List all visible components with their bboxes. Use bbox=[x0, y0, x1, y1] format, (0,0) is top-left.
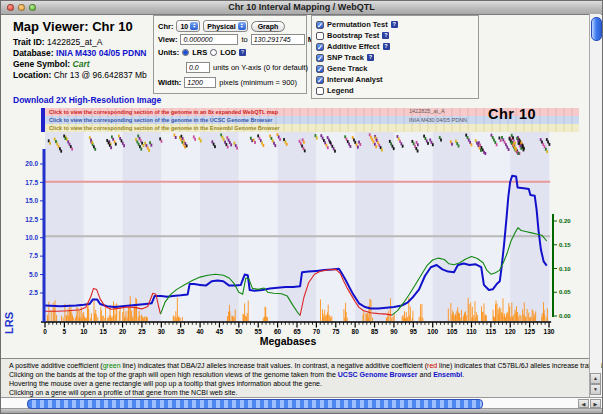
gene-mark[interactable] bbox=[546, 150, 548, 153]
gene-mark[interactable] bbox=[432, 143, 434, 146]
plot-band[interactable] bbox=[316, 132, 355, 322]
gene-mark[interactable] bbox=[143, 144, 145, 147]
gene-mark[interactable] bbox=[200, 140, 202, 143]
gene-mark[interactable] bbox=[279, 138, 281, 141]
plot-band[interactable] bbox=[394, 132, 433, 322]
gene-mark[interactable] bbox=[316, 137, 318, 140]
plot-band[interactable] bbox=[161, 132, 200, 322]
checked-checkbox[interactable]: ✓ bbox=[316, 76, 324, 84]
gene-mark[interactable] bbox=[194, 138, 196, 141]
gene-mark[interactable] bbox=[496, 143, 498, 146]
info-icon[interactable]: ? bbox=[382, 32, 389, 39]
horizontal-scrollbar[interactable]: ◀ ▶ bbox=[1, 397, 603, 409]
plot-band[interactable] bbox=[549, 132, 550, 322]
gene-mark[interactable] bbox=[451, 143, 453, 146]
gene-mark[interactable] bbox=[49, 142, 51, 145]
gene-mark[interactable] bbox=[500, 139, 502, 142]
interval-map-chart[interactable]: Click to view the corresponding section … bbox=[1, 106, 589, 356]
view-from-input[interactable] bbox=[180, 34, 238, 45]
gene-mark[interactable] bbox=[484, 152, 486, 155]
plot-band[interactable] bbox=[510, 132, 549, 322]
gene-mark[interactable] bbox=[549, 143, 551, 146]
scroll-right-icon[interactable]: ▶ bbox=[590, 399, 601, 408]
info-icon[interactable]: ? bbox=[383, 43, 390, 50]
checked-checkbox[interactable]: ✓ bbox=[316, 21, 324, 29]
gene-mark[interactable] bbox=[520, 147, 522, 150]
gene-mark[interactable] bbox=[186, 144, 188, 147]
download-hires-link[interactable]: Download 2X High-Resolution Image bbox=[13, 95, 161, 105]
gene-mark[interactable] bbox=[123, 144, 125, 147]
gene-mark[interactable] bbox=[148, 149, 150, 152]
yaxis-units-input[interactable] bbox=[186, 62, 210, 73]
footer-link[interactable]: Ensembl bbox=[433, 371, 462, 378]
info-icon[interactable]: ? bbox=[391, 21, 398, 28]
gene-mark[interactable] bbox=[262, 144, 264, 147]
units-lrs-radio[interactable] bbox=[182, 49, 189, 56]
gene-mark[interactable] bbox=[417, 143, 419, 146]
gene-mark[interactable] bbox=[357, 146, 359, 149]
gene-mark[interactable] bbox=[375, 145, 377, 148]
gene-symbol-link[interactable]: Cart bbox=[73, 59, 90, 69]
gene-mark[interactable] bbox=[110, 146, 112, 149]
horizontal-scrollbar-thumb[interactable] bbox=[27, 399, 483, 409]
gene-mark[interactable] bbox=[470, 143, 472, 146]
checked-checkbox[interactable]: ✓ bbox=[316, 65, 324, 73]
plot-band[interactable] bbox=[355, 132, 394, 322]
gene-mark[interactable] bbox=[184, 146, 186, 149]
gene-mark[interactable] bbox=[458, 145, 460, 148]
plot-band[interactable] bbox=[471, 132, 510, 322]
gene-mark[interactable] bbox=[329, 141, 331, 144]
gene-mark[interactable] bbox=[304, 149, 306, 152]
info-icon[interactable]: ? bbox=[367, 54, 374, 61]
gene-mark[interactable] bbox=[334, 150, 336, 153]
map-type-select[interactable]: Physical▲▼ bbox=[203, 20, 247, 32]
scroll-down-icon[interactable]: ▼ bbox=[590, 384, 601, 395]
width-input[interactable] bbox=[184, 77, 216, 88]
unchecked-checkbox[interactable] bbox=[316, 87, 324, 95]
gene-mark[interactable] bbox=[349, 145, 351, 148]
gene-mark[interactable] bbox=[440, 138, 442, 141]
gene-mark[interactable] bbox=[427, 142, 429, 145]
gene-mark[interactable] bbox=[402, 145, 404, 148]
gene-mark[interactable] bbox=[508, 148, 510, 151]
gene-mark[interactable] bbox=[327, 146, 329, 149]
gene-mark[interactable] bbox=[150, 144, 152, 147]
scroll-up-icon[interactable]: ▲ bbox=[590, 373, 601, 384]
title-bar[interactable]: Chr 10 Interval Mapping / WebQTL bbox=[1, 1, 602, 15]
chr-select[interactable]: 10▲▼ bbox=[176, 20, 200, 32]
plot-svg[interactable]: 0510152025303540455055606570758085909510… bbox=[11, 132, 589, 356]
gene-mark[interactable] bbox=[161, 140, 163, 143]
plot-band[interactable] bbox=[45, 132, 84, 322]
gene-mark[interactable] bbox=[523, 148, 525, 151]
gene-mark[interactable] bbox=[115, 143, 117, 146]
info-icon[interactable]: ? bbox=[239, 49, 246, 56]
database-link[interactable]: INIA M430 04/05 PDNN bbox=[56, 48, 146, 58]
vertical-scrollbar-thumb[interactable] bbox=[591, 17, 602, 41]
gene-mark[interactable] bbox=[381, 149, 383, 152]
gene-mark[interactable] bbox=[60, 150, 62, 153]
units-lod-radio[interactable] bbox=[210, 49, 217, 56]
gene-mark[interactable] bbox=[91, 141, 93, 144]
gene-mark[interactable] bbox=[518, 152, 520, 155]
scroll-left-icon[interactable]: ◀ bbox=[578, 399, 589, 408]
gene-mark[interactable] bbox=[286, 143, 288, 146]
gene-mark[interactable] bbox=[65, 137, 67, 140]
gene-mark[interactable] bbox=[140, 148, 142, 151]
gene-mark[interactable] bbox=[94, 148, 96, 151]
gene-mark[interactable] bbox=[236, 147, 238, 150]
checked-checkbox[interactable]: ✓ bbox=[316, 54, 324, 62]
plot-band[interactable] bbox=[84, 132, 123, 322]
gene-mark[interactable] bbox=[214, 145, 216, 148]
gene-mark[interactable] bbox=[522, 144, 524, 147]
gene-mark[interactable] bbox=[227, 145, 229, 148]
gene-mark[interactable] bbox=[480, 149, 482, 152]
gene-mark[interactable] bbox=[230, 143, 232, 146]
gene-mark[interactable] bbox=[175, 136, 177, 139]
genome-banner-3[interactable]: Click to view the corresponding section … bbox=[45, 124, 579, 132]
gene-mark[interactable] bbox=[393, 147, 395, 150]
checked-checkbox[interactable]: ✓ bbox=[316, 43, 324, 51]
vertical-scrollbar[interactable]: ▲ ▼ bbox=[589, 14, 601, 397]
gene-mark[interactable] bbox=[274, 144, 276, 147]
view-to-input[interactable] bbox=[251, 34, 305, 45]
unchecked-checkbox[interactable] bbox=[316, 32, 324, 40]
